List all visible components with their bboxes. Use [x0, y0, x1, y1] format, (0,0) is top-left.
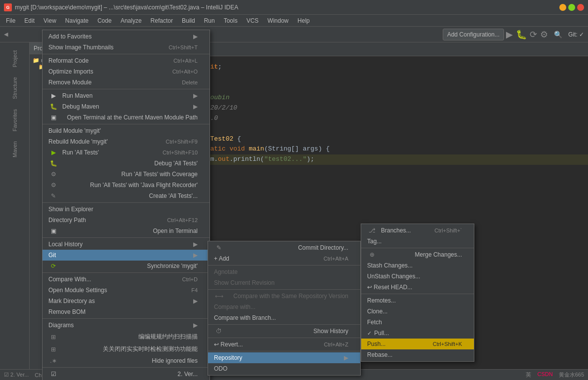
- ctx2-repository[interactable]: Repository▶: [208, 352, 360, 363]
- sync-icon: ⟳: [48, 263, 58, 269]
- ctx-run-jfr[interactable]: ⚙ Run 'All Tests' with 'Java Flight Reco…: [42, 180, 210, 190]
- run-tests-icon: ▶: [48, 149, 58, 156]
- menu-vcs[interactable]: VCS: [243, 16, 263, 25]
- ctx3-pull[interactable]: ✓ Pull...: [361, 328, 474, 339]
- back-button[interactable]: ◀: [4, 31, 8, 38]
- ctx-code-scan[interactable]: ⊞ 编编规规约约扫扫描描: [42, 331, 210, 343]
- ctx-optimize[interactable]: Optimize ImportsCtrl+Alt+O: [42, 66, 210, 77]
- ctx3-remotes[interactable]: Remotes...: [361, 295, 474, 306]
- ctx3-sep2: [361, 294, 474, 294]
- ctx-show-explorer[interactable]: Show in Explorer: [42, 204, 210, 215]
- title-bar: G mygit [D:\workspace\demo\mygit] – ...\…: [0, 0, 588, 15]
- ctx-synchronize[interactable]: ⟳ Synchronize 'mygit': [42, 261, 210, 271]
- ctx2-add[interactable]: + AddCtrl+Alt+A: [208, 253, 360, 264]
- ctx-run-tests[interactable]: ▶ Run 'All Tests'Ctrl+Shift+F10: [42, 147, 210, 158]
- ctx-create-tests[interactable]: ✎ Create 'All Tests'...: [42, 190, 210, 201]
- menu-edit[interactable]: Edit: [20, 16, 39, 25]
- ctx3-tag[interactable]: Tag...: [361, 236, 474, 247]
- ctx2-odo[interactable]: ODO: [208, 363, 360, 374]
- merge-icon: ⊕: [367, 251, 377, 258]
- menu-analyze[interactable]: Analyze: [117, 16, 146, 25]
- ctx-debug-maven[interactable]: 🐛 Debug Maven▶: [42, 101, 210, 112]
- ctx-run-maven[interactable]: ▶ Run Maven▶: [42, 90, 210, 101]
- menu-build[interactable]: Build: [178, 16, 199, 25]
- ctx-show-thumbnails[interactable]: Show Image ThumbnailsCtrl+Shift+T: [42, 42, 210, 53]
- ctx-debug-tests[interactable]: 🐛 Debug 'All Tests': [42, 158, 210, 169]
- profile-button[interactable]: ⚙: [540, 29, 548, 40]
- debug-maven-icon: 🐛: [48, 103, 58, 110]
- maximize-button[interactable]: [568, 4, 575, 11]
- menu-navigate[interactable]: Navigate: [61, 16, 92, 25]
- debug-button[interactable]: 🐛: [516, 29, 527, 40]
- sidebar-tab-structure[interactable]: Structure: [10, 73, 20, 103]
- status-csdn: CSDN: [537, 371, 552, 379]
- ctx-module-settings[interactable]: Open Module SettingsF4: [42, 285, 210, 296]
- app-icon: G: [4, 3, 12, 11]
- ctx3-unstash[interactable]: UnStash Changes...: [361, 271, 474, 282]
- ctx2-commit[interactable]: ✎ Commit Directory...: [208, 242, 360, 253]
- ctx3-push[interactable]: Push...Ctrl+Shift+K: [361, 339, 474, 349]
- menu-run[interactable]: Run: [200, 16, 219, 25]
- ctx-diagrams[interactable]: Diagrams▶: [42, 320, 210, 331]
- branch-icon: ⎇: [367, 227, 377, 234]
- ctx-open-in-terminal[interactable]: ▣ Open in Terminal: [42, 226, 210, 236]
- sep3: [42, 124, 210, 124]
- ctx2-sep5: [208, 351, 360, 351]
- ctx-ver[interactable]: ☑ 2. Ver...: [42, 369, 210, 380]
- git-label: Git: ✓: [568, 31, 584, 38]
- ctx-hide-ignored[interactable]: .∗ Hide ignored files: [42, 355, 210, 366]
- menu-file[interactable]: File: [2, 16, 19, 25]
- ctx-remove-bom[interactable]: Remove BOM: [42, 306, 210, 317]
- ver-icon: ☑: [48, 371, 58, 378]
- ctx-run-coverage[interactable]: ⚙ Run 'All Tests' with Coverage: [42, 169, 210, 180]
- search-toolbar-button[interactable]: 🔍: [554, 31, 562, 38]
- ctx3-branches[interactable]: ⎇ Branches...Ctrl+Shift+`: [361, 225, 474, 236]
- ctx-directory-path[interactable]: Directory PathCtrl+Alt+F12: [42, 215, 210, 226]
- ctx-mark-directory[interactable]: Mark Directory as▶: [42, 296, 210, 306]
- ctx2-show-history[interactable]: ⏱ Show History: [208, 326, 360, 337]
- sep7: [42, 318, 210, 319]
- ctx-reformat[interactable]: Reformat CodeCtrl+Alt+L: [42, 55, 210, 66]
- menu-view[interactable]: View: [40, 16, 60, 25]
- ctx-compare-with[interactable]: Compare With...Ctrl+D: [42, 274, 210, 285]
- history-icon: ⏱: [214, 328, 224, 335]
- ctx3-rebase[interactable]: Rebase...: [361, 349, 474, 360]
- ctx3-clone[interactable]: Clone...: [361, 306, 474, 317]
- debug-tests-icon: 🐛: [48, 160, 58, 167]
- coverage-button[interactable]: ⟳: [530, 29, 537, 40]
- menu-refactor[interactable]: Refactor: [147, 16, 177, 25]
- terminal-icon: ▣: [48, 114, 58, 121]
- ctx2-revert[interactable]: ↩ Revert...Ctrl+Alt+Z: [208, 339, 360, 350]
- menu-tools[interactable]: Tools: [220, 16, 242, 25]
- ctx3-fetch[interactable]: Fetch: [361, 317, 474, 328]
- ctx-add-favorites[interactable]: Add to Favorites▶: [42, 31, 210, 42]
- status-version: ☑ 2. Ver...: [4, 372, 29, 378]
- ctx3-merge[interactable]: ⊕ Merge Changes...: [361, 249, 474, 260]
- menu-bar: File Edit View Navigate Code Analyze Ref…: [0, 15, 588, 27]
- ctx2-compare-branch[interactable]: Compare with Branch...: [208, 312, 360, 323]
- run-button[interactable]: ▶: [506, 29, 513, 40]
- ctx3-reset-head[interactable]: ↩ Reset HEAD...: [361, 282, 474, 293]
- sidebar-tab-maven[interactable]: Maven: [10, 137, 20, 161]
- context-menu-2: ✎ Commit Directory... + AddCtrl+Alt+A Ag…: [208, 241, 361, 376]
- ctx3-sep1: [361, 248, 474, 248]
- ctx-open-terminal[interactable]: ▣ Open Terminal at the Current Maven Mod…: [42, 112, 210, 123]
- menu-code[interactable]: Code: [93, 16, 116, 25]
- sep6: [42, 272, 210, 273]
- ctx-git[interactable]: Git▶: [42, 250, 210, 261]
- ctx-rebuild-module[interactable]: Rebuild Module 'mygit'Ctrl+Shift+F9: [42, 136, 210, 147]
- ctx-remove-module[interactable]: Remove ModuleDelete: [42, 77, 210, 88]
- menu-window[interactable]: Window: [263, 16, 293, 25]
- ctx-detect[interactable]: ⊞ 关关闭闭实实时时检检测测功功能能: [42, 343, 210, 355]
- sidebar-tab-favorites[interactable]: Favorites: [10, 105, 20, 135]
- close-button[interactable]: [577, 4, 584, 11]
- ctx-local-history[interactable]: Local History▶: [42, 239, 210, 250]
- ctx3-stash[interactable]: Stash Changes...: [361, 260, 474, 271]
- ctx-build-module[interactable]: Build Module 'mygit': [42, 125, 210, 136]
- ctx2-compare-repo: ⟷ Compare with the Same Repository Versi…: [208, 291, 360, 302]
- menu-help[interactable]: Help: [294, 16, 314, 25]
- add-config-button[interactable]: Add Configuration...: [443, 29, 504, 40]
- minimize-button[interactable]: [559, 4, 566, 11]
- coverage-icon: ⚙: [48, 171, 58, 178]
- sidebar-tab-project[interactable]: Project: [10, 46, 20, 71]
